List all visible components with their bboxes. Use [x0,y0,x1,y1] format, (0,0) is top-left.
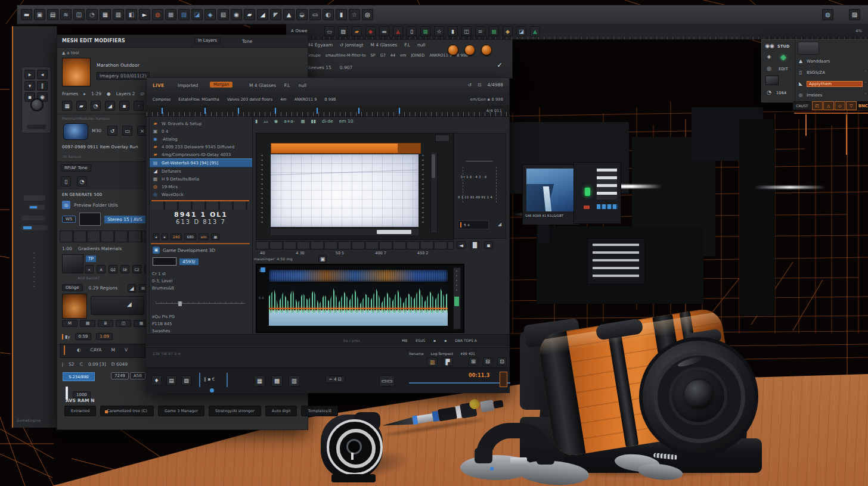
canvas-tool[interactable]: em 10 [339,119,354,124]
toolbar-icon[interactable]: ▨ [178,9,190,20]
inspector-icon[interactable]: ▐▌ [470,241,479,249]
tp-icon[interactable]: C2 [132,265,141,273]
toolbar-icon[interactable]: ◍ [822,9,833,20]
toolbar-icon[interactable]: ◔ [86,9,98,20]
small-button[interactable]: ◫ [116,320,131,327]
frame-control[interactable]: ▸ [83,91,86,96]
tp-thumb[interactable] [62,254,83,273]
row-nine-item[interactable]: S2 [69,362,75,367]
upper-panel-chip[interactable]: SP [371,53,376,58]
gamedev-item[interactable]: Game Development 3D [163,248,215,253]
upper-panel-chip[interactable]: smaultline-M-filter-to [326,53,366,58]
toolbar-icon[interactable]: ☆ [434,26,444,36]
tree-item[interactable]: ▰ W. Gravels & Setup [150,120,252,127]
chip-icon[interactable]: ◔ [77,176,87,186]
canvas-vscroll-thumb[interactable] [432,154,435,178]
upper-panel-chip[interactable]: F.L [404,42,410,48]
tree-slider-thumb[interactable] [178,301,182,306]
chevron-down-icon[interactable]: ˅ [865,93,867,98]
footer-orange-box[interactable] [500,372,507,387]
sidebar-pill[interactable] [24,195,45,201]
right-panel-item[interactable]: ◎ Irrelees ˅ [795,89,868,101]
material-tab-layers[interactable]: In Layers [194,37,221,44]
tree-item[interactable]: ▤ Get-Waterfall-943 [94] [95] [150,158,252,167]
toolbar-icon[interactable]: ◤ [270,9,281,20]
menu-item[interactable]: Compose [153,97,170,102]
canvas-orange-bar[interactable] [271,143,421,154]
oblige-icon[interactable]: ◢ [128,284,136,292]
bottom-tab[interactable]: Strategy/AI stronger [209,406,261,416]
toolbar-icon[interactable]: ▨ [338,26,348,36]
value-box-2[interactable]: A5B [130,372,145,379]
upper-panel-chip[interactable]: Groupe [306,53,321,58]
inspector-icon[interactable]: ◄ [457,241,466,249]
frame-control[interactable]: 1-29 [91,91,101,96]
wb-button[interactable]: W5 [62,216,76,223]
toolbar-icon[interactable]: ◢ [257,9,268,20]
node-icon[interactable]: ↺ [107,126,117,136]
curve-canvas[interactable] [271,154,418,227]
title-item[interactable]: F.L [284,83,290,88]
menu-item[interactable]: Valves 203 dated floors [227,97,272,102]
sidebar-mini-button[interactable]: ▸ [24,70,35,79]
menu-item[interactable]: EstateFlow. MGantha [178,97,219,102]
binoculars-icon[interactable]: ◉◉ [765,42,774,49]
tree-item[interactable]: ◎ WaveDock [150,191,252,198]
clock-icon[interactable]: ◔ [765,89,773,96]
canvas-tool[interactable]: ▮▮ [311,119,316,124]
toolbar-icon[interactable]: ▬ [21,9,32,20]
ruler-marker[interactable] [238,108,239,114]
orange-knob[interactable] [464,45,475,55]
toolbar-icon[interactable]: ▭ [324,26,334,36]
hotbar-slot[interactable]: △ [823,101,834,110]
hotbar-slot[interactable]: ▽ [846,101,857,110]
toolbar-icon[interactable]: ► [139,9,150,20]
footer-tool-icon[interactable]: ▥ [289,375,300,387]
title-tab-highlight[interactable]: Morgan [210,82,232,88]
small-button[interactable]: ▤ [80,320,95,327]
tree-button[interactable]: 680 [184,233,196,240]
upper-panel-chip[interactable]: 44 [390,53,395,58]
upper-panel-chip[interactable]: null [417,42,426,48]
toolbar-icon[interactable]: ▲ [530,26,540,36]
lower-icon[interactable]: ⊡ [497,357,507,366]
panel-icon[interactable]: ▰ [76,101,86,111]
tree-button[interactable]: em [199,233,209,240]
primary-button[interactable]: S-234/890 [63,372,95,381]
waveform-vscrollbar[interactable] [453,267,461,329]
chip-icon[interactable]: ▯ [61,176,71,186]
sidebar-pill-active[interactable] [29,205,45,210]
footer-icon[interactable]: ▨ [181,375,191,385]
waveform-label-icon[interactable]: ▣ [318,255,327,263]
toolbar-icon[interactable]: ◫ [461,26,472,36]
dim-row[interactable]: Brumes&B [150,285,252,292]
caya-item[interactable]: V [125,347,128,353]
tree-button[interactable]: 240 [170,233,182,240]
inspector-input[interactable]: ¶ 4 [458,220,489,229]
row-nine-item[interactable]: j [62,362,63,367]
panel-icon[interactable]: ▦ [62,101,72,111]
toolbar-icon[interactable]: ▰ [244,9,255,20]
toolbar-icon[interactable]: ◪ [191,9,203,20]
waveform-scroll-thumb[interactable] [454,297,459,306]
toolbar-icon[interactable]: ▲ [283,9,294,20]
toolbar-icon[interactable]: ▲ [393,26,403,36]
toolbar-icon[interactable]: ◆ [365,26,376,36]
canvas-filmstrip[interactable] [256,241,454,250]
canvas-tool[interactable]: ▦ [300,119,305,124]
dim-row[interactable]: P11B 845 [150,320,252,328]
hotbar-slot[interactable]: ◇ [835,101,845,110]
row-nine-item[interactable]: 0:09 [3] [88,362,106,367]
ruler-marker[interactable] [317,108,318,114]
bottom-tab[interactable]: Templates/8 [301,406,337,416]
sidebar-pill[interactable] [21,216,45,220]
toolbar-icon[interactable]: ◧ [126,9,137,20]
footer-tool-icon[interactable]: ▦ [254,375,265,387]
panel-icon[interactable]: ◔ [91,101,101,111]
tree-item[interactable]: ◉ -Atlalog [150,135,252,143]
toolbar-icon[interactable]: ▣ [34,9,45,20]
slider-value-1[interactable]: 0:59 [75,333,92,340]
footer-pill[interactable]: ⌐ 4 ⊡ [326,376,345,383]
wide-tool-button[interactable]: ◢ [91,296,144,315]
tree-filmstrip[interactable] [151,200,249,210]
